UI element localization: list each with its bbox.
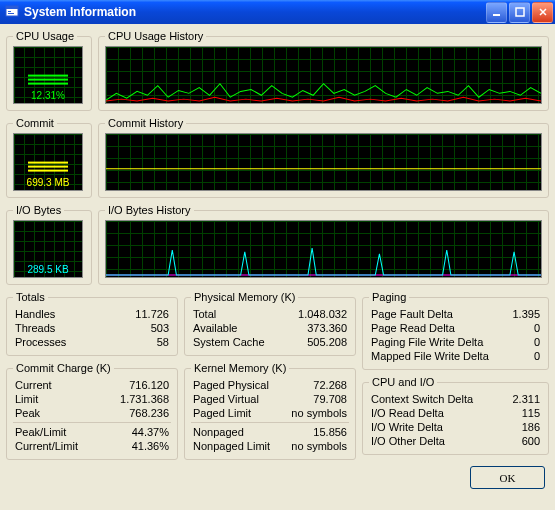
maximize-button[interactable] [509,2,530,23]
threads-value: 503 [151,322,169,334]
ok-button[interactable]: OK [470,466,545,489]
io-history-graph: I/O Bytes History [98,204,549,285]
svg-rect-1 [6,6,18,9]
io-history-label: I/O Bytes History [105,204,194,216]
io-bytes-label: I/O Bytes [13,204,64,216]
commit-history-graph: Commit History [98,117,549,198]
svg-rect-5 [516,8,524,16]
cpu-io-legend: CPU and I/O [369,376,437,388]
threads-label: Threads [15,322,55,334]
svg-rect-2 [8,11,11,12]
app-icon [4,4,20,20]
commit-charge-legend: Commit Charge (K) [13,362,114,374]
commit-gauge: Commit 699.3 MB [6,117,92,198]
handles-label: Handles [15,308,55,320]
commit-value: 699.3 MB [14,177,82,188]
io-bytes-gauge: I/O Bytes 289.5 KB [6,204,92,285]
processes-value: 58 [157,336,169,348]
paging-legend: Paging [369,291,409,303]
physical-memory-legend: Physical Memory (K) [191,291,298,303]
svg-rect-4 [493,14,500,16]
cpu-usage-gauge: CPU Usage 12.31% [6,30,92,111]
totals-legend: Totals [13,291,48,303]
handles-value: 11.726 [135,308,169,320]
cpu-usage-value: 12.31% [14,90,82,101]
kernel-memory-group: Kernel Memory (K) Paged Physical72.268 P… [184,362,356,460]
svg-rect-3 [8,13,14,14]
cpu-io-group: CPU and I/O Context Switch Delta2.311 I/… [362,376,549,455]
commit-history-label: Commit History [105,117,186,129]
cpu-history-graph: CPU Usage History [98,30,549,111]
physical-memory-group: Physical Memory (K) Total1.048.032 Avail… [184,291,356,356]
kernel-memory-legend: Kernel Memory (K) [191,362,289,374]
titlebar: System Information [0,0,555,24]
cpu-usage-label: CPU Usage [13,30,77,42]
processes-label: Processes [15,336,66,348]
totals-group: Totals Handles11.726 Threads503 Processe… [6,291,178,356]
io-bytes-value: 289.5 KB [14,264,82,275]
commit-label: Commit [13,117,57,129]
cpu-history-label: CPU Usage History [105,30,206,42]
paging-group: Paging Page Fault Delta1.395 Page Read D… [362,291,549,370]
minimize-button[interactable] [486,2,507,23]
window-title: System Information [24,5,136,19]
commit-charge-group: Commit Charge (K) Current716.120 Limit1.… [6,362,178,460]
close-button[interactable] [532,2,553,23]
